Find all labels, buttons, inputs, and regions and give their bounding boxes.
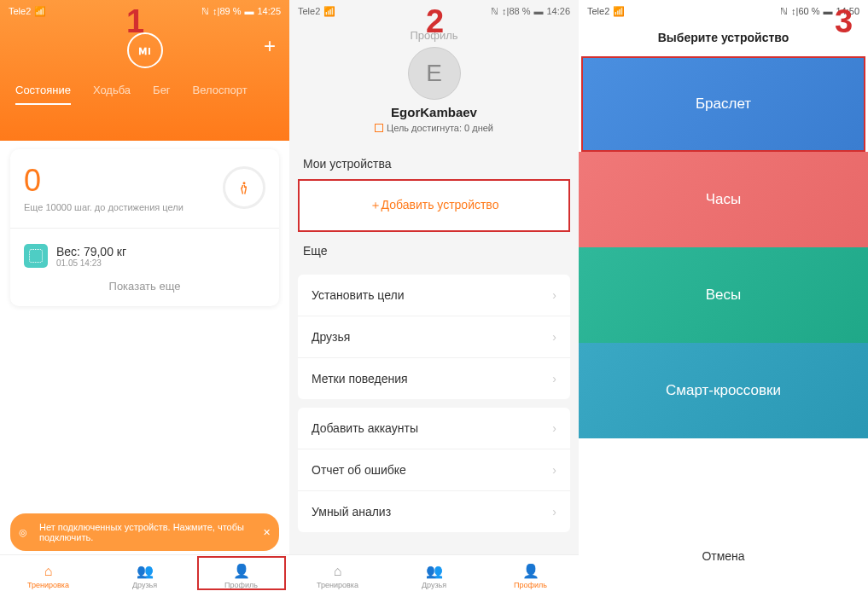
- screen-pick-device: Tele2 📶 ℕ ↕|60 % ▬ 14:50 3 Выберите устр…: [579, 0, 868, 597]
- list-item-label: Умный анализ: [312, 505, 391, 519]
- nfc-icon: ℕ: [201, 6, 209, 17]
- friends-icon: 👥: [426, 563, 443, 579]
- more-header: Еще: [289, 232, 579, 266]
- chevron-right-icon: ›: [552, 505, 556, 519]
- battery-icon: ▬: [823, 6, 832, 16]
- avatar[interactable]: E: [408, 47, 461, 100]
- statusbar: Tele2 📶 ℕ ↕|60 % ▬ 14:50: [579, 0, 868, 22]
- home-icon: ⌂: [44, 564, 53, 579]
- chevron-right-icon: ›: [552, 330, 556, 344]
- devices-header: Мои устройства: [289, 145, 579, 179]
- tab-walk[interactable]: Ходьба: [93, 84, 131, 105]
- steps-sub: Еще 10000 шаг. до достижения цели: [24, 202, 184, 212]
- screen-status: Tele2 📶 ℕ ↕|89 % ▬ 14:25 1 + ᴍı Состояни…: [0, 0, 289, 597]
- nfc-icon: ℕ: [491, 6, 498, 17]
- category-tabs: Состояние Ходьба Бег Велоспорт: [0, 68, 289, 105]
- profile-header: Профиль E EgorKambaev Цель достигнута: 0…: [289, 22, 579, 145]
- chevron-right-icon: ›: [552, 421, 556, 435]
- carrier-label: Tele2: [298, 6, 320, 16]
- nav-friends[interactable]: 👥 Друзья: [386, 555, 482, 597]
- weight-label: Вес: 79,00 кг: [56, 245, 126, 258]
- svg-point-0: [243, 182, 246, 184]
- walk-icon: [223, 166, 265, 209]
- red-highlight-box: [197, 556, 286, 590]
- list-item-label: Друзья: [312, 330, 350, 344]
- close-icon[interactable]: ✕: [263, 527, 271, 538]
- screen-profile: Tele2 📶 ℕ ↕|88 % ▬ 14:26 2 Профиль E Ego…: [289, 0, 579, 597]
- nav-label: Друзья: [422, 581, 446, 589]
- steps-count: 0: [24, 163, 184, 199]
- add-device-label: Добавить устройство: [382, 198, 499, 212]
- settings-list-b: Добавить аккаунты › Отчет об ошибке › Ум…: [298, 408, 570, 532]
- no-device-toast[interactable]: ◎ Нет подключенных устройств. Нажмите, ч…: [10, 513, 279, 551]
- device-tile-band[interactable]: Браслет: [581, 56, 865, 152]
- nav-label: Профиль: [514, 581, 547, 589]
- step-number: 1: [126, 3, 144, 40]
- battery-icon: ▬: [244, 6, 253, 16]
- tab-run[interactable]: Бег: [153, 84, 171, 105]
- list-item-label: Добавить аккаунты: [312, 421, 418, 435]
- nav-label: Тренировка: [317, 581, 358, 589]
- add-device-button[interactable]: ＋Добавить устройство: [298, 179, 570, 232]
- show-more-button[interactable]: Показать еще: [24, 280, 265, 293]
- statusbar: Tele2 📶 ℕ ↕|89 % ▬ 14:25: [0, 0, 289, 22]
- nav-label: Друзья: [132, 581, 157, 589]
- page-title: Выберите устройство: [579, 22, 868, 56]
- step-number: 3: [835, 3, 853, 40]
- weight-date: 01.05 14:23: [56, 258, 126, 268]
- cancel-button[interactable]: Отмена: [579, 532, 868, 580]
- list-item-bugreport[interactable]: Отчет об ошибке ›: [298, 449, 570, 491]
- profile-icon: 👤: [522, 563, 539, 579]
- chevron-right-icon: ›: [552, 463, 556, 477]
- plus-icon: ＋: [370, 198, 382, 212]
- nav-friends[interactable]: 👥 Друзья: [96, 555, 193, 597]
- tile-label: Весы: [706, 287, 742, 304]
- nav-training[interactable]: ⌂ Тренировка: [289, 555, 386, 597]
- tile-label: Смарт-кроссовки: [666, 382, 781, 399]
- device-tile-shoes[interactable]: Смарт-кроссовки: [579, 343, 868, 438]
- nav-training[interactable]: ⌂ Тренировка: [0, 555, 96, 597]
- nav-label: Тренировка: [27, 581, 69, 589]
- battery-label: ↕|88 %: [502, 6, 530, 16]
- add-icon[interactable]: +: [264, 34, 276, 58]
- carrier-label: Tele2: [587, 6, 609, 16]
- tile-label: Браслет: [696, 96, 751, 113]
- step-number: 2: [426, 3, 444, 40]
- chevron-right-icon: ›: [552, 372, 556, 385]
- list-item-smart[interactable]: Умный анализ ›: [298, 491, 570, 532]
- nfc-icon: ℕ: [780, 6, 788, 17]
- goal-row: Цель достигнута: 0 дней: [289, 123, 579, 133]
- list-item-behavior[interactable]: Метки поведения ›: [298, 358, 570, 399]
- settings-list-a: Установить цели › Друзья › Метки поведен…: [298, 275, 570, 399]
- signal-icon: 📶: [34, 6, 46, 17]
- list-item-label: Отчет об ошибке: [312, 463, 406, 477]
- list-item-label: Установить цели: [312, 288, 405, 302]
- device-tile-watch[interactable]: Часы: [579, 152, 868, 247]
- list-item-goals[interactable]: Установить цели ›: [298, 275, 570, 316]
- home-icon: ⌂: [334, 564, 342, 579]
- walking-person-icon: [236, 180, 252, 195]
- clock-label: 14:25: [257, 6, 281, 16]
- tab-status[interactable]: Состояние: [15, 84, 71, 105]
- device-tile-scale[interactable]: Весы: [579, 247, 868, 343]
- signal-icon: 📶: [323, 6, 335, 17]
- friends-icon: 👥: [137, 563, 154, 579]
- battery-label: ↕|89 %: [213, 6, 241, 16]
- username-label: EgorKambaev: [289, 105, 579, 119]
- battery-label: ↕|60 %: [791, 6, 819, 16]
- carrier-label: Tele2: [9, 6, 31, 16]
- list-item-accounts[interactable]: Добавить аккаунты ›: [298, 408, 570, 449]
- tile-label: Часы: [706, 191, 742, 208]
- bottom-nav: ⌂ Тренировка 👥 Друзья 👤 Профиль: [289, 554, 579, 597]
- toast-text: Нет подключенных устройств. Нажмите, что…: [39, 522, 253, 542]
- tab-bike[interactable]: Велоспорт: [193, 84, 248, 105]
- clock-label: 14:26: [546, 6, 570, 16]
- list-item-friends[interactable]: Друзья ›: [298, 316, 570, 358]
- list-item-label: Метки поведения: [312, 372, 408, 385]
- steps-card: 0 Еще 10000 шаг. до достижения цели Вес:…: [10, 149, 279, 306]
- nav-profile[interactable]: 👤 Профиль: [482, 555, 579, 597]
- scale-icon: [24, 244, 48, 268]
- signal-icon: 📶: [613, 6, 625, 17]
- weight-row[interactable]: Вес: 79,00 кг 01.05 14:23: [24, 244, 265, 268]
- chevron-right-icon: ›: [552, 288, 556, 302]
